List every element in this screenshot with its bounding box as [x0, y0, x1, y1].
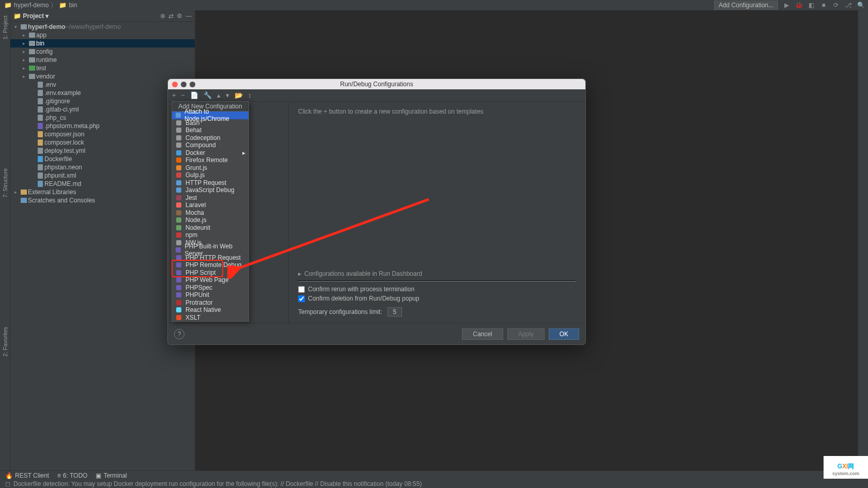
coverage-icon[interactable]: ◧ [807, 1, 815, 9]
breadcrumb-current[interactable]: bin [69, 2, 77, 9]
popup-item[interactable]: Jest [172, 194, 249, 202]
dashboard-section[interactable]: ▸ Configurations available in Run Dashbo… [298, 270, 576, 277]
popup-item[interactable]: HTTP Request [172, 179, 249, 187]
popup-item[interactable]: PHPSpec [172, 284, 249, 292]
dialog-titlebar[interactable]: Run/Debug Configurations [168, 79, 585, 89]
popup-item[interactable]: Laravel [172, 201, 249, 209]
tree-row[interactable]: ▸app [10, 31, 195, 39]
popup-item[interactable]: PHP Script [172, 269, 249, 277]
popup-item[interactable]: JavaScript Debug [172, 186, 249, 194]
panel-title: 📁 Project ▾ [13, 12, 49, 20]
breadcrumb-root[interactable]: hyperf-demo [14, 2, 49, 9]
popup-item[interactable]: Attach to Node.js/Chrome [172, 112, 249, 119]
popup-item[interactable]: Grunt.js [172, 164, 249, 172]
folder-icon: 📁 [4, 2, 12, 9]
copy-icon[interactable]: 📄 [190, 91, 198, 99]
popup-item[interactable]: Gulp.js [172, 171, 249, 179]
gear-icon[interactable]: ⚙ [177, 12, 182, 20]
popup-item[interactable]: PHP Web Page [172, 276, 249, 284]
hint-text: Click the + button to create a new confi… [298, 108, 576, 115]
popup-item[interactable]: PHP Built-in Web Server [172, 246, 249, 254]
popup-item[interactable]: React Native [172, 306, 249, 314]
confirm-delete-checkbox[interactable]: Confirm deletion from Run/Debug popup [298, 295, 576, 302]
confirm-rerun-checkbox[interactable]: Confirm rerun with process termination [298, 286, 576, 293]
search-icon[interactable]: 🔍 [857, 1, 865, 9]
tab-favorites[interactable]: 2: Favorites [2, 327, 8, 356]
watermark: GXI网 system.com [824, 456, 868, 479]
right-gutter [858, 10, 868, 470]
popup-item[interactable]: Codeception [172, 134, 249, 142]
add-configuration-button[interactable]: Add Configuration... [714, 1, 778, 10]
tree-row[interactable]: ▸test [10, 64, 195, 72]
help-button[interactable]: ? [174, 329, 184, 339]
ok-button[interactable]: OK [549, 328, 579, 340]
toolbar-right: Add Configuration... ▶ 🐞 ◧ ■ ⟳ ⎇ 🔍 [711, 0, 868, 10]
panel-header: 📁 Project ▾ ⊕ ⇄ ⚙ — [10, 10, 195, 22]
tree-row[interactable]: ▾hyperf-demo ~/www/hyperf-demo [10, 23, 195, 31]
dialog-title: Run/Debug Configurations [168, 81, 585, 88]
rest-client-tab[interactable]: 🔥 REST Client [5, 472, 49, 479]
popup-item[interactable]: XSLT [172, 314, 249, 322]
config-detail-pane: Click the + button to create a new confi… [289, 102, 585, 323]
add-config-popup[interactable]: Add New Configuration Attach to Node.js/… [172, 101, 249, 322]
down-icon[interactable]: ▾ [226, 91, 229, 99]
apply-button[interactable]: Apply [507, 328, 545, 340]
wrench-icon[interactable]: 🔧 [204, 91, 212, 99]
popup-item[interactable]: npm [172, 231, 249, 239]
info-icon: ◻ [5, 480, 10, 487]
popup-item[interactable]: Compound [172, 141, 249, 149]
collapse-icon[interactable]: ⇄ [168, 12, 174, 20]
popup-item[interactable]: PHP HTTP Request [172, 254, 249, 262]
terminal-tab[interactable]: ▣ Terminal [96, 472, 127, 479]
left-gutter: 1: Project 7: Structure 2: Favorites [0, 10, 10, 470]
tab-structure[interactable]: 7: Structure [2, 168, 8, 198]
popup-item[interactable]: Mocha [172, 209, 249, 217]
cancel-button[interactable]: Cancel [462, 328, 503, 340]
stop-icon[interactable]: ■ [819, 1, 828, 9]
notification-bar[interactable]: ◻ Dockerfile detection: You may setup Do… [0, 480, 868, 488]
status-bar: 🔥 REST Client ≡ 6: TODO ▣ Terminal [0, 470, 868, 480]
git-icon[interactable]: ⎇ [844, 1, 853, 9]
expand-icon[interactable]: ↕ [248, 91, 252, 99]
popup-item[interactable]: Behat [172, 127, 249, 134]
tree-row[interactable]: ▸bin [10, 39, 195, 48]
todo-tab[interactable]: ≡ 6: TODO [57, 472, 88, 479]
dialog-toolbar: + − 📄 🔧 ▴ ▾ 📂 ↕ [168, 89, 585, 102]
popup-item[interactable]: Docker▸ [172, 149, 249, 157]
tab-project[interactable]: 1: Project [2, 15, 8, 39]
tree-row[interactable]: ▸vendor [10, 72, 195, 81]
run-icon[interactable]: ▶ [782, 1, 791, 9]
breadcrumb-sep: 〉 [51, 1, 57, 10]
limit-label: Temporary configurations limit: [298, 308, 382, 316]
chevron-right-icon: ▸ [298, 270, 301, 277]
hide-icon[interactable]: — [185, 12, 192, 20]
debug-icon[interactable]: 🐞 [795, 1, 803, 9]
tree-row[interactable]: ▸runtime [10, 56, 195, 64]
popup-item[interactable]: PHP Remote Debug [172, 261, 249, 269]
popup-item[interactable]: Protractor [172, 299, 249, 307]
popup-item[interactable]: PHPUnit [172, 291, 249, 299]
remove-icon[interactable]: − [181, 91, 185, 99]
limit-input[interactable] [388, 307, 402, 317]
popup-item[interactable]: Nodeunit [172, 224, 249, 232]
target-icon[interactable]: ⊕ [160, 12, 165, 20]
notification-text: Dockerfile detection: You may setup Dock… [13, 480, 422, 487]
tree-row[interactable]: ▸config [10, 48, 195, 56]
folder-move-icon[interactable]: 📂 [235, 91, 243, 99]
up-icon[interactable]: ▴ [217, 91, 221, 99]
popup-item[interactable]: Firefox Remote [172, 156, 249, 164]
popup-item[interactable]: Node.js [172, 216, 249, 224]
add-icon[interactable]: + [172, 91, 176, 99]
folder-icon: 📁 [59, 2, 67, 9]
update-icon[interactable]: ⟳ [832, 1, 840, 9]
